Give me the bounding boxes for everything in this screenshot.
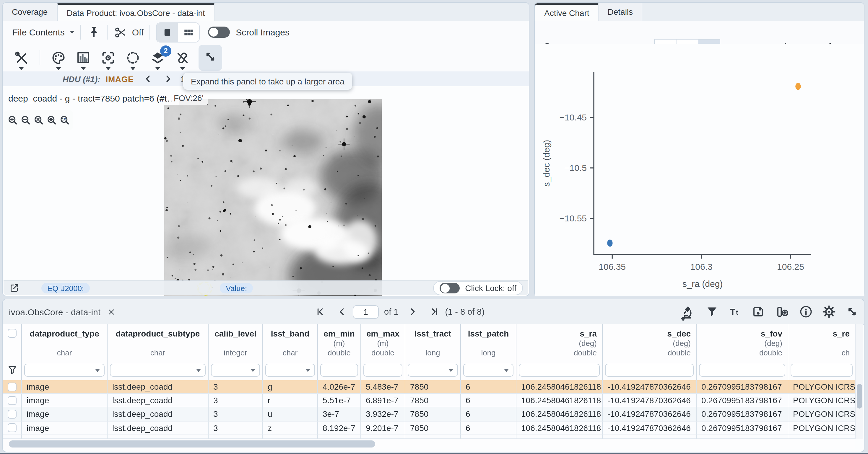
zoom-in-button[interactable]	[7, 115, 18, 126]
scroll-images-toggle[interactable]	[208, 27, 230, 38]
external-link-button[interactable]	[9, 283, 20, 293]
image-tools-button[interactable]	[13, 50, 29, 65]
scrollbar-thumb[interactable]	[9, 441, 375, 448]
file-contents-dropdown[interactable]: File Contents	[12, 27, 75, 37]
scatter-chart[interactable]: 106.35106.3106.25−10.45−10.5−10.55s_ra (…	[535, 44, 864, 296]
column-filter-input[interactable]	[519, 364, 600, 377]
column-header-lsst_tract[interactable]: lsst_tractlong	[405, 324, 461, 380]
column-filter-input[interactable]	[790, 364, 852, 377]
image-toolbar-primary: File Contents Off Scroll Images	[3, 21, 529, 44]
tab-details[interactable]: Details	[599, 3, 643, 21]
firefly-app: Coverage Data Product: ivoa.ObsCore - da…	[0, 0, 868, 454]
zoom-out-button[interactable]	[20, 115, 31, 126]
column-filter-input[interactable]	[24, 364, 104, 377]
svg-text:1X: 1X	[62, 118, 66, 121]
data-product-panel: Coverage Data Product: ivoa.ObsCore - da…	[2, 2, 529, 296]
tab-active-chart[interactable]: Active Chart	[535, 3, 599, 21]
column-header-em_min[interactable]: em_min(m)double	[318, 324, 361, 380]
select-all-checkbox[interactable]	[8, 329, 17, 338]
layers-button[interactable]: 2	[150, 50, 165, 65]
column-filter-input[interactable]	[363, 364, 402, 377]
table-cell: g	[263, 380, 318, 393]
stretch-histogram-button[interactable]	[75, 50, 91, 65]
text-view-button[interactable]: Tt	[728, 305, 742, 319]
column-header-s_fov[interactable]: s_fov(deg)double	[696, 324, 788, 380]
column-header-s_ra[interactable]: s_ra(deg)double	[517, 324, 603, 380]
zoom-fill-button[interactable]	[46, 115, 57, 126]
select-region-button[interactable]	[125, 50, 141, 65]
page-number-input[interactable]	[353, 305, 379, 319]
column-header-dataproduct_type[interactable]: dataproduct_typechar	[22, 324, 107, 380]
table-filter-button[interactable]	[705, 305, 719, 319]
expand-panel-button[interactable]	[198, 44, 222, 70]
color-palette-button[interactable]	[51, 50, 66, 65]
table-cell: r	[263, 394, 318, 407]
table-toolbar: Tt	[680, 299, 859, 324]
column-filter-input[interactable]	[320, 364, 358, 377]
column-header-s_re[interactable]: s_rech	[788, 324, 856, 380]
zoom-fit-button[interactable]	[33, 115, 44, 126]
last-page-button[interactable]	[429, 306, 440, 317]
crop-toggle-button[interactable]: Off	[114, 25, 144, 39]
column-filter-input[interactable]	[408, 364, 458, 377]
fits-image[interactable]	[164, 99, 382, 296]
grid-view-button[interactable]	[178, 23, 199, 42]
previous-hdu-button[interactable]	[144, 74, 152, 83]
table-cell: u	[263, 408, 318, 421]
chevron-down-icon	[155, 67, 160, 70]
row-checkbox[interactable]	[8, 423, 17, 432]
column-filter-input[interactable]	[265, 364, 315, 377]
column-filter-input[interactable]	[110, 364, 206, 377]
table-settings-button[interactable]	[822, 305, 836, 319]
table-tab[interactable]: ivoa.ObsCore - data-int	[9, 299, 116, 324]
table-horizontal-scrollbar[interactable]	[4, 439, 855, 449]
zoom-1x-button[interactable]: 1X	[59, 115, 70, 126]
column-filter-input[interactable]	[699, 364, 785, 377]
next-hdu-button[interactable]	[164, 74, 173, 83]
table-row[interactable]: imagelsst.deep_coadd3g4.026e-75.483e-778…	[3, 380, 856, 394]
scrollbar-thumb[interactable]	[857, 384, 862, 409]
click-lock-toggle[interactable]: Click Lock: off	[433, 281, 523, 295]
next-page-button[interactable]	[407, 306, 418, 317]
close-icon[interactable]	[107, 307, 116, 316]
row-checkbox[interactable]	[8, 382, 17, 391]
single-view-button[interactable]	[157, 23, 178, 42]
chevron-down-icon	[251, 369, 255, 372]
column-filter-input[interactable]	[211, 364, 260, 377]
column-header-s_dec[interactable]: s_dec(deg)double	[603, 324, 696, 380]
column-header-lsst_band[interactable]: lsst_bandchar	[263, 324, 318, 380]
column-header-calib_level[interactable]: calib_levelinteger	[209, 324, 263, 380]
unlink-button[interactable]	[175, 50, 190, 65]
add-column-button[interactable]	[774, 305, 790, 319]
table-vertical-scrollbar[interactable]	[855, 324, 863, 439]
tab-data-product[interactable]: Data Product: ivoa.ObsCore - data-int	[57, 3, 214, 21]
chevron-down-icon	[504, 369, 509, 372]
column-filter-input[interactable]	[463, 364, 514, 377]
table-row[interactable]: imagelsst.deep_coadd3z8.192e-79.201e-778…	[3, 421, 856, 435]
row-checkbox[interactable]	[8, 410, 17, 419]
row-checkbox[interactable]	[8, 396, 17, 405]
column-header-dataproduct_subtype[interactable]: dataproduct_subtypechar	[107, 324, 209, 380]
table-info-button[interactable]	[799, 305, 813, 319]
inspect-button[interactable]	[680, 305, 696, 319]
table-save-button[interactable]	[751, 305, 765, 319]
first-page-button[interactable]	[315, 306, 326, 317]
table-expand-button[interactable]	[845, 305, 859, 319]
divider	[39, 50, 40, 65]
table-row[interactable]: imagelsst.deep_coadd3u3e-73.932e-7785061…	[3, 408, 856, 421]
table-row[interactable]: imagelsst.deep_coadd3r5.51e-76.891e-7785…	[3, 394, 856, 408]
table-cell: 5.483e-7	[361, 380, 405, 393]
svg-text:106.3: 106.3	[690, 262, 713, 271]
tab-coverage[interactable]: Coverage	[3, 3, 57, 21]
column-header-lsst_patch[interactable]: lsst_patchlong	[461, 324, 517, 380]
column-filter-input[interactable]	[605, 364, 694, 377]
previous-page-button[interactable]	[337, 306, 347, 317]
chevron-down-icon	[681, 318, 685, 321]
pin-button[interactable]	[87, 25, 101, 39]
table-cell: 3	[209, 408, 263, 421]
table-row-partial[interactable]	[3, 435, 856, 439]
pixel-value-label: Value:	[220, 283, 253, 293]
column-header-em_max[interactable]: em_max(m)double	[361, 324, 405, 380]
recenter-button[interactable]	[100, 50, 116, 65]
grid-view-icon	[182, 26, 195, 39]
